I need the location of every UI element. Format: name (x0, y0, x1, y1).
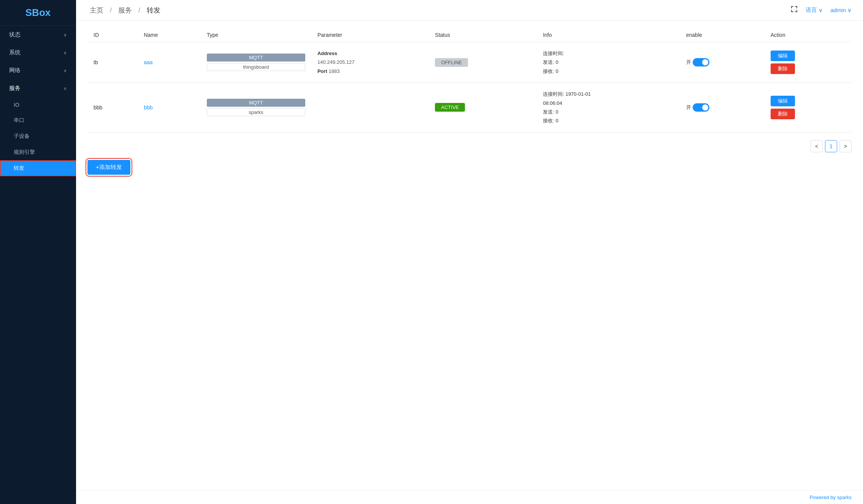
language-chevron: ∨ (819, 7, 823, 14)
row1-type-main: MQTT (207, 54, 305, 62)
row2-recv-label: 接收: (543, 118, 554, 123)
sidebar-item-serial[interactable]: 串口 (0, 112, 76, 128)
row2-type-main: MQTT (207, 99, 305, 107)
row2-send-label: 发送: (543, 109, 554, 115)
row2-status-badge: ACTIVE (435, 103, 465, 112)
sidebar-sub-label-subdevice: 子设备 (14, 133, 30, 139)
fullscreen-button[interactable] (790, 5, 798, 15)
sidebar-item-forward[interactable]: 转发 (0, 160, 76, 176)
row1-id: tb (87, 42, 138, 83)
breadcrumb-sep1: / (110, 6, 112, 14)
row2-edit-button[interactable]: 编辑 (771, 96, 795, 106)
sidebar-item-io[interactable]: IO (0, 97, 76, 112)
breadcrumb-home[interactable]: 主页 (90, 6, 103, 14)
sidebar-item-system[interactable]: 系统 ∨ (0, 44, 76, 62)
sidebar-item-rules[interactable]: 规则引擎 (0, 144, 76, 160)
table-row: bbb bbb MQTT sparks ACTIVE (87, 83, 852, 133)
row2-type-sub: sparks (207, 108, 305, 116)
breadcrumb: 主页 / 服务 / 转发 (87, 6, 163, 15)
row1-info-cell: 连接时间: 发送: 0 接收: 0 (543, 49, 674, 76)
sidebar-item-status[interactable]: 状态 ∨ (0, 26, 76, 44)
row1-name[interactable]: aaa (138, 42, 201, 83)
sidebar-sub-label-io: IO (14, 102, 19, 108)
sidebar-item-label-system: 系统 (9, 49, 21, 56)
table-row: tb aaa MQTT thingsboard Address 140.249.… (87, 42, 852, 83)
row2-toggle-label: 开 (686, 104, 691, 111)
row2-type: MQTT sparks (201, 83, 311, 133)
row1-port-label: Port (317, 68, 327, 74)
col-status: Status (429, 28, 537, 42)
sidebar-logo: SBox (0, 0, 76, 26)
row2-toggle-switch[interactable] (693, 103, 709, 112)
add-forward-button[interactable]: +添加转发 (87, 160, 130, 175)
header-right: 语言 ∨ admin ∨ (790, 5, 852, 15)
pagination-prev[interactable]: < (811, 140, 823, 152)
main-content: 主页 / 服务 / 转发 语言 ∨ admin ∨ (76, 0, 863, 504)
language-button[interactable]: 语言 ∨ (806, 6, 823, 14)
row1-port-value: 1883 (329, 68, 340, 74)
row2-name-link[interactable]: bbb (144, 104, 152, 111)
row1-recv-label: 接收: (543, 68, 554, 74)
row1-status-badge: OFFLINE (435, 58, 468, 67)
pagination-next[interactable]: > (839, 140, 852, 152)
row1-enable: 开 (680, 42, 765, 83)
chevron-down-icon: ∨ (63, 50, 67, 55)
admin-button[interactable]: admin ∨ (830, 7, 852, 14)
row2-recv-value: 0 (555, 118, 558, 123)
content-area: ID Name Type Parameter Status Info enabl… (76, 21, 863, 490)
row1-type-sub: thingsboard (207, 63, 305, 71)
powered-by-text: Powered by sparks (809, 495, 852, 500)
sidebar: SBox 状态 ∨ 系统 ∨ 网络 ∨ 服务 ∧ IO 串口 子设备 规则引擎 … (0, 0, 76, 504)
sidebar-item-label-service: 服务 (9, 85, 21, 92)
row2-connect-time: 08:06:04 (543, 100, 562, 106)
row1-parameter: Address 140.249.205.127 Port 1883 (311, 42, 429, 83)
col-type: Type (201, 28, 311, 42)
col-info: Info (537, 28, 680, 42)
row1-recv-value: 0 (555, 68, 558, 74)
row2-parameter (311, 83, 429, 133)
row1-send-label: 发送: (543, 59, 554, 65)
row1-toggle-switch[interactable] (693, 58, 709, 66)
footer: Powered by sparks (76, 490, 863, 504)
breadcrumb-service[interactable]: 服务 (118, 6, 132, 14)
fullscreen-icon (790, 5, 798, 13)
row1-toggle[interactable]: 开 (686, 58, 758, 66)
sidebar-item-label-network: 网络 (9, 67, 21, 74)
admin-chevron: ∨ (847, 7, 852, 14)
sidebar-item-service[interactable]: 服务 ∧ (0, 79, 76, 97)
row1-name-link[interactable]: aaa (144, 59, 152, 65)
header: 主页 / 服务 / 转发 语言 ∨ admin ∨ (76, 0, 863, 21)
row2-name[interactable]: bbb (138, 83, 201, 133)
sidebar-sub-label-forward: 转发 (14, 165, 24, 171)
row2-info: 连接时间: 1970-01-01 08:06:04 发送: 0 接收: 0 (537, 83, 680, 133)
row1-send-value: 0 (555, 59, 558, 65)
row2-connect-value: 1970-01-01 (565, 91, 591, 97)
chevron-down-icon: ∨ (63, 68, 67, 73)
sidebar-sub-label-rules: 规则引擎 (14, 149, 35, 155)
row1-address-label: Address (317, 51, 337, 56)
row1-delete-button[interactable]: 删除 (771, 63, 795, 74)
breadcrumb-sep2: / (138, 6, 140, 14)
col-name: Name (138, 28, 201, 42)
sidebar-item-subdevice[interactable]: 子设备 (0, 128, 76, 144)
row1-edit-button[interactable]: 编辑 (771, 51, 795, 61)
row1-toggle-label: 开 (686, 59, 691, 66)
col-action: Action (765, 28, 852, 42)
row1-status: OFFLINE (429, 42, 537, 83)
breadcrumb-current: 转发 (147, 6, 160, 14)
col-enable: enable (680, 28, 765, 42)
chevron-down-icon: ∨ (63, 32, 67, 38)
forward-table: ID Name Type Parameter Status Info enabl… (87, 28, 852, 133)
row2-status: ACTIVE (429, 83, 537, 133)
pagination-current[interactable]: 1 (825, 140, 837, 152)
row2-action: 编辑 删除 (765, 83, 852, 133)
sidebar-item-network[interactable]: 网络 ∨ (0, 62, 76, 79)
row2-enable: 开 (680, 83, 765, 133)
row2-toggle[interactable]: 开 (686, 103, 758, 112)
col-id: ID (87, 28, 138, 42)
row1-connect-label: 连接时间: (543, 51, 564, 56)
col-parameter: Parameter (311, 28, 429, 42)
row1-info: 连接时间: 发送: 0 接收: 0 (537, 42, 680, 83)
row2-delete-button[interactable]: 删除 (771, 109, 795, 119)
row1-param-cell: Address 140.249.205.127 Port 1883 (317, 49, 423, 76)
